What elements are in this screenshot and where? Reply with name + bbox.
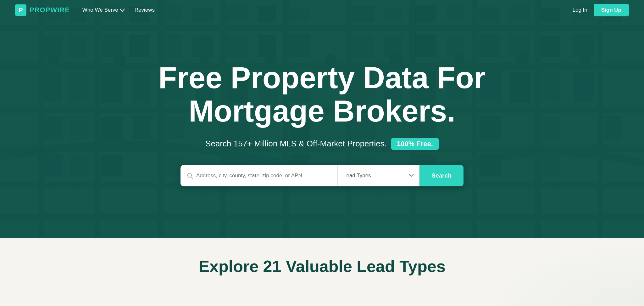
address-search-input[interactable] [196, 173, 331, 179]
bottom-title: Explore 21 Valuable Lead Types [15, 257, 629, 276]
chevron-down-icon [120, 8, 125, 12]
navbar: P PROPWIRE Who We Serve Reviews Log In S… [0, 0, 644, 20]
free-badge: 100% Free. [391, 138, 439, 150]
lead-types-dropdown[interactable]: Lead Types [338, 165, 419, 186]
search-bar: Lead Types Search [180, 165, 464, 186]
login-button[interactable]: Log In [573, 7, 587, 13]
nav-who-we-serve[interactable]: Who We Serve [82, 7, 125, 13]
lead-types-label: Lead Types [343, 173, 371, 179]
svg-line-103 [191, 177, 193, 178]
search-icon [187, 173, 193, 179]
lead-types-chevron-icon [409, 174, 414, 177]
svg-text:P: P [19, 7, 23, 14]
signup-button[interactable]: Sign Up [594, 4, 629, 16]
logo[interactable]: P PROPWIRE [15, 4, 70, 16]
hero-title: Free Property Data For Mortgage Brokers. [158, 61, 486, 128]
bottom-section: Explore 21 Valuable Lead Types [0, 238, 644, 306]
nav-reviews[interactable]: Reviews [135, 7, 155, 13]
logo-text: PROPWIRE [30, 6, 70, 14]
nav-auth: Log In Sign Up [573, 4, 629, 16]
hero-content: Free Property Data For Mortgage Brokers.… [0, 0, 644, 238]
nav-links: Who We Serve Reviews [82, 7, 573, 13]
hero-subtitle: Search 157+ Million MLS & Off-Market Pro… [205, 138, 439, 150]
logo-icon: P [15, 4, 26, 16]
search-input-wrap [180, 165, 338, 186]
search-button[interactable]: Search [419, 165, 464, 186]
